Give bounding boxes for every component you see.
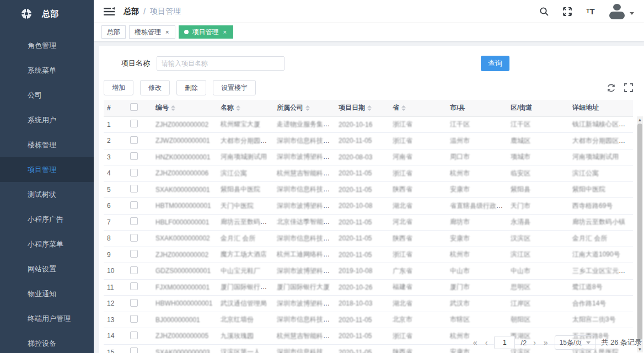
- sort-icon[interactable]: [367, 105, 372, 111]
- sidebar-item-5[interactable]: 项目管理: [0, 157, 94, 182]
- column-header-3[interactable]: 名称: [217, 100, 273, 116]
- row-checkbox[interactable]: [130, 250, 138, 258]
- prev-page-button[interactable]: ‹: [484, 338, 489, 347]
- table-row[interactable]: 8SXAK0000000002金月汇 会所深圳市信息科技有限...2020-11…: [104, 231, 633, 247]
- column-header-4[interactable]: 所属公司: [273, 100, 335, 116]
- sidebar-item-8[interactable]: 小程序菜单: [0, 232, 94, 256]
- toolbar-button-0[interactable]: 增加: [104, 80, 133, 95]
- sidebar-item-12[interactable]: 梯控设备: [0, 331, 94, 353]
- close-tab-icon[interactable]: ×: [164, 29, 170, 36]
- row-checkbox[interactable]: [130, 282, 138, 290]
- scroll-up-icon[interactable]: ▲: [637, 116, 643, 123]
- table-row[interactable]: 7HBLF0000000001廊坊云至数码小镇北京佳达季智能科...2020-1…: [104, 215, 633, 231]
- select-all-checkbox[interactable]: [130, 103, 138, 111]
- search-section: 项目名称 查询: [104, 52, 640, 74]
- cell-city: 市辖区: [447, 312, 507, 328]
- row-checkbox[interactable]: [130, 234, 138, 242]
- tab-1[interactable]: 楼栋管理×: [129, 25, 175, 39]
- column-header-5[interactable]: 项目日期: [335, 100, 389, 116]
- column-header-9: 详细地址: [569, 100, 633, 116]
- total-records-label: 共 26 条记录: [601, 338, 642, 347]
- page-size-select[interactable]: 15条/页: [555, 335, 596, 350]
- cell-name: 北京红墙份: [217, 312, 273, 328]
- column-header-6[interactable]: 省: [389, 100, 447, 116]
- table-scrollbar[interactable]: ▲ ▼: [637, 116, 643, 352]
- table-row[interactable]: 2ZJWZ0000000001大都市分期园区二期深圳市信息科技有限...2020…: [104, 133, 633, 149]
- sort-icon[interactable]: [171, 105, 175, 111]
- table-row[interactable]: 10GDZS0000000001中山宝元鞋厂深圳市波博望科技...2019-10…: [104, 263, 633, 280]
- sidebar-item-10[interactable]: 物业通知: [0, 281, 94, 306]
- table-row[interactable]: 11FJXM0000000001厦门国际银行大厦厦门国际银行大厦2020-10-…: [104, 280, 633, 296]
- cell-province: 浙江省: [389, 328, 447, 344]
- table-row[interactable]: 1ZJHZ0000000002杭州耀宝大厦走进物业服务集团...2020-10-…: [104, 117, 633, 133]
- row-index: 10: [104, 263, 127, 279]
- column-header-2[interactable]: 编号: [152, 100, 217, 116]
- sort-icon[interactable]: [401, 105, 406, 111]
- table-row[interactable]: 9ZJHZ0000000002魔方工场大酒店杭州工迪网络科技...2020-11…: [104, 247, 633, 264]
- sidebar-item-3[interactable]: 系统用户: [0, 108, 94, 132]
- first-page-button[interactable]: «: [472, 338, 479, 347]
- sort-icon[interactable]: [236, 105, 240, 111]
- row-checkbox[interactable]: [130, 331, 138, 339]
- close-tab-icon[interactable]: ×: [222, 29, 227, 36]
- row-index: 3: [104, 149, 127, 165]
- row-checkbox[interactable]: [130, 347, 138, 352]
- fullscreen-icon[interactable]: [561, 6, 573, 18]
- sidebar-item-7[interactable]: 小程序广告: [0, 207, 94, 232]
- scrollbar-thumb[interactable]: [637, 124, 642, 340]
- table-header: #编号名称所属公司项目日期省市/县区/街道详细地址: [104, 100, 633, 117]
- table-fullscreen-icon[interactable]: [624, 83, 634, 93]
- row-index: 15: [104, 345, 127, 353]
- sidebar-item-2[interactable]: 公司: [0, 83, 94, 108]
- sidebar-item-1[interactable]: 系统菜单: [0, 58, 94, 83]
- font-size-icon[interactable]: TT: [584, 6, 597, 18]
- breadcrumb-root[interactable]: 总部: [124, 7, 139, 17]
- table-row[interactable]: 5SXAK0000000001紫阳县中医院深圳市信息科技有限...2020-11…: [104, 182, 633, 199]
- row-checkbox[interactable]: [130, 201, 138, 209]
- table-row[interactable]: 12HBWH0000000001武汉通信管理局深圳市波博望科技...2018-1…: [104, 296, 633, 312]
- row-checkbox[interactable]: [130, 136, 138, 144]
- table-row[interactable]: 4ZJHZ0000000006滨江公寓杭州慧吉智能科技...2020-11-05…: [104, 165, 633, 182]
- cell-date: 2020-11-05: [335, 231, 389, 247]
- tab-2[interactable]: 项目管理×: [179, 25, 233, 39]
- page-number-input[interactable]: [494, 336, 515, 349]
- cell-date: 2019-10-08: [335, 263, 389, 279]
- sidebar-item-0[interactable]: 角色管理: [0, 33, 94, 58]
- cell-city: 厦门市: [447, 280, 507, 296]
- table-row[interactable]: 6HBTM0000000001天门中医院深圳市波博望科技...2020-10-0…: [104, 198, 633, 215]
- tab-0[interactable]: 总部: [101, 25, 126, 39]
- toolbar-button-2[interactable]: 删除: [176, 80, 206, 95]
- sidebar-item-4[interactable]: 楼栋管理: [0, 132, 94, 157]
- sort-icon[interactable]: [305, 105, 310, 111]
- toolbar-button-1[interactable]: 修改: [140, 80, 170, 95]
- row-checkbox[interactable]: [130, 217, 138, 225]
- total-pages-label: /2: [520, 339, 527, 347]
- table-row[interactable]: 13BJ0000000001北京红墙份深圳市信息科技有限...2020-11-0…: [104, 312, 633, 329]
- next-page-button[interactable]: ›: [532, 338, 537, 347]
- sidebar-logo[interactable]: 总部: [0, 0, 94, 28]
- row-checkbox[interactable]: [130, 185, 138, 192]
- row-checkbox[interactable]: [130, 152, 138, 160]
- search-icon[interactable]: [538, 6, 550, 18]
- row-checkbox[interactable]: [130, 315, 138, 323]
- query-button[interactable]: 查询: [481, 56, 509, 71]
- search-input[interactable]: [157, 56, 285, 71]
- last-page-button[interactable]: »: [543, 338, 549, 347]
- cell-province: 湖北省: [389, 198, 447, 214]
- row-checkbox[interactable]: [130, 120, 138, 127]
- toolbar-button-3[interactable]: 设置楼宇: [213, 80, 256, 95]
- cell-district: 江干区: [507, 117, 569, 133]
- user-menu[interactable]: [608, 3, 634, 20]
- row-checkbox[interactable]: [130, 169, 138, 176]
- cell-date: 2020-11-05: [335, 312, 389, 328]
- sidebar-item-6[interactable]: 测试树状: [0, 182, 94, 207]
- row-checkbox[interactable]: [130, 299, 138, 307]
- column-header-0: #: [104, 100, 127, 116]
- cell-date: 2020-11-05: [335, 215, 389, 231]
- sidebar-item-9[interactable]: 网站设置: [0, 256, 94, 281]
- hamburger-icon[interactable]: [104, 7, 115, 16]
- refresh-icon[interactable]: [607, 83, 616, 93]
- row-checkbox[interactable]: [130, 266, 138, 274]
- table-row[interactable]: 3HNZK0000000001河南项城测试用深圳市波博望科技...2020-08…: [104, 149, 633, 166]
- sidebar-item-11[interactable]: 终端用户管理: [0, 306, 94, 331]
